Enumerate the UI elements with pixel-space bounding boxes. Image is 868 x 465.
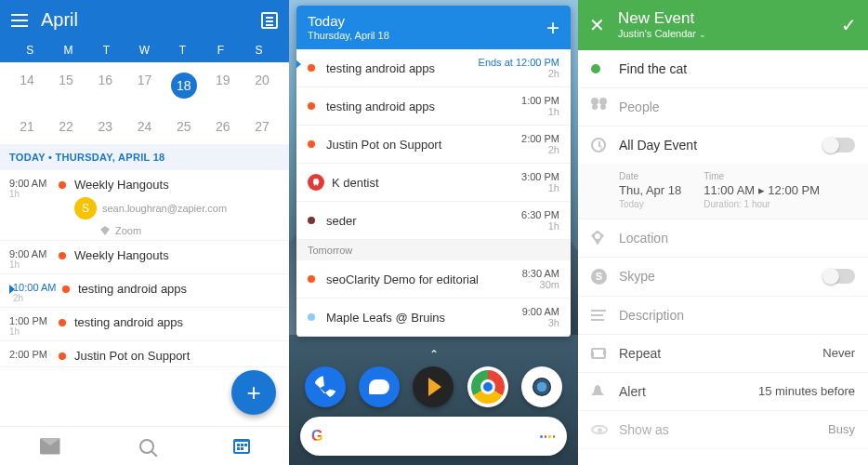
mail-tab-icon[interactable] bbox=[40, 438, 60, 455]
month-grid[interactable]: 1415161718192021222324252627 bbox=[0, 62, 289, 144]
chevron-down-icon: ⌄ bbox=[699, 30, 706, 40]
agenda-view-icon[interactable] bbox=[261, 12, 278, 29]
event-duration: 1h bbox=[521, 220, 559, 232]
event-duration: 2h bbox=[479, 68, 559, 79]
description-row[interactable]: Description bbox=[578, 297, 868, 335]
event-row[interactable]: 9:00 AM1h Weekly Hangouts Ssean.loughran… bbox=[0, 170, 289, 241]
event-row[interactable]: 10:00 AM2h testing android apps bbox=[0, 274, 289, 308]
google-search-bar[interactable]: G bbox=[300, 417, 567, 456]
location-row[interactable]: Location bbox=[578, 219, 868, 258]
phone-app-icon[interactable] bbox=[305, 366, 346, 407]
calendar-tab-icon[interactable] bbox=[233, 439, 250, 454]
event-title: seder bbox=[326, 214, 521, 228]
clock-icon bbox=[591, 138, 606, 153]
event-title: testing android apps bbox=[326, 100, 521, 113]
event-title-row[interactable]: Find the cat bbox=[578, 50, 868, 88]
widget-event-row[interactable]: seoClarity Demo for editorial 8:30 AM30m bbox=[296, 260, 571, 299]
chrome-app-icon[interactable] bbox=[467, 366, 508, 407]
weekday-label: T bbox=[164, 44, 202, 57]
widget-event-row[interactable]: seder 6:30 PM1h bbox=[296, 202, 571, 240]
event-row[interactable]: 2:00 PM Justin Pot on Support bbox=[0, 341, 289, 367]
date-cell[interactable]: 23 bbox=[85, 114, 125, 139]
date-cell[interactable]: 24 bbox=[125, 114, 164, 139]
date-cell[interactable]: 26 bbox=[204, 114, 243, 139]
event-duration: 3h bbox=[522, 317, 559, 328]
widget-event-row[interactable]: Maple Leafs @ Bruins 9:00 AM3h bbox=[296, 299, 571, 337]
event-color-dot-icon bbox=[62, 286, 70, 293]
event-title: seoClarity Demo for editorial bbox=[326, 272, 522, 286]
new-event-pane: ✕ New Event Justin's Calendar ⌄ ✓ Find t… bbox=[578, 0, 868, 465]
all-day-toggle[interactable] bbox=[823, 138, 855, 153]
bell-icon bbox=[591, 385, 604, 398]
skype-toggle[interactable] bbox=[823, 269, 855, 284]
widget-event-row[interactable]: testing android apps 1:00 PM1h bbox=[296, 87, 571, 126]
weekday-label: M bbox=[49, 44, 87, 57]
repeat-icon bbox=[591, 348, 606, 359]
weekday-label: T bbox=[87, 44, 125, 57]
date-cell[interactable]: 19 bbox=[204, 68, 243, 103]
app-drawer-handle-icon[interactable]: ⌃ bbox=[429, 348, 439, 361]
plex-app-icon[interactable] bbox=[413, 366, 454, 407]
show-as-row[interactable]: Show as Busy bbox=[578, 411, 868, 449]
date-cell[interactable]: 25 bbox=[164, 114, 204, 139]
event-color-dot-icon bbox=[308, 64, 315, 72]
add-event-fab[interactable]: + bbox=[231, 370, 276, 415]
messages-app-icon[interactable] bbox=[359, 366, 400, 407]
date-picker[interactable]: Date Thu, Apr 18 Today bbox=[619, 171, 681, 209]
search-tab-icon[interactable] bbox=[139, 439, 154, 454]
home-screen-pane: Today Thursday, April 18 + testing andro… bbox=[289, 0, 578, 465]
calendar-app-pane: April SMTWTFS 14151617181920212223242526… bbox=[0, 0, 289, 465]
date-cell[interactable]: 21 bbox=[7, 114, 46, 139]
widget-tomorrow-list: seoClarity Demo for editorial 8:30 AM30m… bbox=[296, 260, 571, 337]
event-time: 6:30 PM bbox=[521, 209, 559, 220]
month-title[interactable]: April bbox=[41, 9, 248, 31]
event-color-dot-icon bbox=[59, 181, 66, 189]
date-time-box[interactable]: Date Thu, Apr 18 Today Time 11:00 AM ▸ 1… bbox=[578, 164, 868, 219]
date-cell-today[interactable]: 18 bbox=[171, 73, 197, 99]
widget-add-icon[interactable]: + bbox=[546, 15, 559, 41]
date-cell[interactable]: 27 bbox=[243, 114, 282, 139]
date-cell[interactable]: 22 bbox=[46, 114, 85, 139]
date-cell[interactable]: 20 bbox=[243, 68, 282, 103]
widget-event-row[interactable]: Justin Pot on Support 2:00 PM2h bbox=[296, 126, 571, 164]
event-time: 9:00 AM1h bbox=[9, 178, 58, 236]
description-icon bbox=[591, 310, 606, 321]
event-row[interactable]: 1:00 PM1h testing android apps bbox=[0, 308, 289, 341]
people-icon bbox=[591, 101, 610, 113]
close-icon[interactable]: ✕ bbox=[589, 14, 605, 36]
location-icon bbox=[591, 231, 604, 246]
event-time: 1:00 PM1h bbox=[9, 315, 58, 337]
widget-event-row[interactable]: K dentist 3:00 PM1h bbox=[296, 164, 571, 202]
weekday-label: F bbox=[202, 44, 240, 57]
date-cell[interactable]: 15 bbox=[46, 68, 85, 103]
time-picker[interactable]: Time 11:00 AM ▸ 12:00 PM Duration: 1 hou… bbox=[704, 171, 820, 209]
camera-app-icon[interactable] bbox=[521, 366, 562, 407]
date-cell[interactable]: 17 bbox=[125, 68, 164, 103]
menu-icon[interactable] bbox=[11, 14, 28, 27]
event-time: 2:00 PM bbox=[521, 133, 559, 144]
date-cell[interactable]: 16 bbox=[85, 68, 125, 103]
widget-today-label: Today bbox=[308, 13, 389, 30]
widget-event-row[interactable]: testing android apps Ends at 12:00 PM2h bbox=[296, 49, 571, 87]
event-title: Maple Leafs @ Bruins bbox=[326, 311, 522, 325]
save-icon[interactable]: ✓ bbox=[841, 14, 857, 36]
widget-header[interactable]: Today Thursday, April 18 + bbox=[296, 6, 571, 49]
bottom-nav bbox=[0, 426, 289, 465]
calendar-selector[interactable]: Justin's Calendar ⌄ bbox=[618, 28, 841, 40]
event-time: 2:00 PM bbox=[9, 349, 58, 363]
alert-row[interactable]: Alert 15 minutes before bbox=[578, 373, 868, 411]
event-title-input[interactable]: Find the cat bbox=[619, 61, 855, 76]
widget-date-label: Thursday, April 18 bbox=[308, 30, 389, 42]
repeat-row[interactable]: Repeat Never bbox=[578, 335, 868, 373]
event-time: 9:00 AM bbox=[522, 306, 559, 317]
people-row[interactable]: People bbox=[578, 88, 868, 126]
attendee-email: sean.loughran@zapier.com bbox=[102, 203, 227, 214]
date-cell[interactable]: 14 bbox=[7, 68, 46, 103]
event-duration: 1h bbox=[521, 106, 559, 117]
assistant-icon[interactable] bbox=[539, 428, 556, 445]
event-duration: 2h bbox=[521, 144, 559, 155]
calendar-widget[interactable]: Today Thursday, April 18 + testing andro… bbox=[296, 6, 571, 337]
event-title: Justin Pot on Support bbox=[74, 349, 280, 363]
event-time: 1:00 PM bbox=[521, 95, 559, 106]
event-row[interactable]: 9:00 AM1h Weekly Hangouts bbox=[0, 241, 289, 274]
